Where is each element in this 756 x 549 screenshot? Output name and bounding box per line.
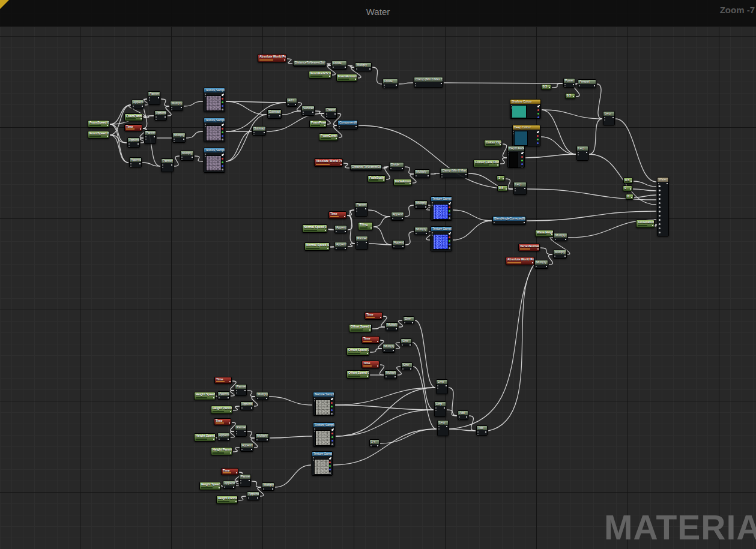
graph-node-append[interactable]: Append xyxy=(127,137,140,148)
graph-node-append[interactable]: Append xyxy=(217,391,230,400)
graph-node-append[interactable]: Append xyxy=(334,242,347,250)
graph-node-multiply[interactable]: Multiply xyxy=(383,344,395,353)
graph-node-multiply[interactable]: Multiply xyxy=(414,200,428,209)
graph-node-foampanning-01[interactable]: FoamPanning 01 xyxy=(124,113,143,121)
graph-node-1[interactable]: 1 xyxy=(497,175,505,181)
graph-node-foamamount[interactable]: FoamAmount xyxy=(336,74,357,82)
graph-node-multiply[interactable]: Multiply xyxy=(256,392,268,400)
graph-node-deep-colour[interactable]: Deep Colour xyxy=(512,125,540,146)
graph-node-texture-sample[interactable]: Texture Sample xyxy=(431,226,452,251)
graph-node-offset-speed-01[interactable]: Offset Speed 01 xyxy=(349,324,372,332)
graph-node-lerp[interactable]: Lerp xyxy=(603,111,615,125)
graph-node-foampower[interactable]: FoamPower xyxy=(309,120,327,128)
graph-node-subtract[interactable]: Subtract xyxy=(252,126,266,136)
graph-node-texture-sample[interactable]: Texture Sample xyxy=(313,422,335,447)
graph-node-multiply[interactable]: Multiply xyxy=(554,233,567,241)
graph-node-height-panning-01[interactable]: Height Panning 01 xyxy=(211,406,232,414)
graph-node-multiply[interactable]: Multiply xyxy=(553,250,567,259)
graph-node-colour-opacity[interactable]: Colour Opacity xyxy=(484,140,502,147)
graph-node-time[interactable]: Time xyxy=(221,468,238,475)
graph-node-lerp[interactable]: Lerp xyxy=(437,420,449,436)
graph-node-append[interactable]: Append xyxy=(154,110,167,121)
graph-node-time[interactable]: Time xyxy=(364,312,383,320)
graph-node-normal-speed-01[interactable]: Normal Speed 01 xyxy=(302,224,327,233)
graph-node-append[interactable]: Append xyxy=(217,433,230,441)
graph-node-append[interactable]: Append xyxy=(391,212,404,221)
graph-node-time[interactable]: Time xyxy=(361,361,380,368)
graph-node-panner[interactable]: Panner xyxy=(235,425,247,437)
graph-node-clamp-min-0-max-1-[interactable]: Clamp (Min 0 Max 1) xyxy=(414,77,443,88)
graph-node-tiling[interactable]: Tiling xyxy=(358,222,373,230)
graph-node-subtract[interactable]: Subtract xyxy=(267,109,282,119)
graph-node-sine[interactable]: Sine xyxy=(401,362,413,370)
graph-node-wave-height[interactable]: Wave Height xyxy=(535,230,554,237)
graph-node-time[interactable]: Time xyxy=(214,377,232,384)
graph-node-panner[interactable]: Panner xyxy=(355,202,367,217)
graph-node-divide[interactable]: Divide xyxy=(383,79,398,88)
graph-node-multiply[interactable]: Multiply xyxy=(534,260,548,269)
graph-node-time[interactable]: Time xyxy=(124,124,142,131)
graph-node-multiply[interactable]: Multiply xyxy=(172,133,186,143)
graph-node-lerp[interactable]: Lerp xyxy=(434,401,446,417)
graph-node-fadeamount[interactable]: FadeAmount xyxy=(393,179,412,186)
graph-node-offset-speed-02[interactable]: Offset Speed 02 xyxy=(346,347,369,356)
graph-node-height-panning-02[interactable]: Height Panning 02 xyxy=(211,447,232,455)
graph-node-append[interactable]: Append xyxy=(129,157,142,167)
graph-node-normal-speed-02[interactable]: Normal Speed 02 xyxy=(304,242,330,251)
graph-node-shallow-colour[interactable]: Shallow Colour xyxy=(510,99,541,119)
graph-node-texture-sample[interactable]: Texture Sample xyxy=(204,148,225,173)
graph-node-append[interactable]: Append xyxy=(132,100,144,109)
graph-node-multiply[interactable]: Multiply xyxy=(414,169,430,178)
graph-node-clamp-min-0-max-1-[interactable]: Clamp (Min 0 Max 1) xyxy=(440,168,468,178)
graph-node-foamspeed-02[interactable]: FoamSpeed 02 xyxy=(88,131,109,139)
graph-node-vertexnormalws[interactable]: VertexNormalWS xyxy=(518,244,540,251)
graph-node-fresnel[interactable]: Fresnel xyxy=(578,79,596,88)
graph-node-power[interactable]: Power xyxy=(563,78,575,88)
material-graph-canvas[interactable]: Absolute World PositionDistanceToNearest… xyxy=(0,0,756,549)
graph-node-panner[interactable]: Panner xyxy=(144,130,156,144)
graph-node-lerp[interactable]: Lerp xyxy=(576,146,588,161)
graph-node-multiply[interactable]: Multiply xyxy=(386,322,398,331)
graph-node-texture-sample[interactable]: Texture Sample xyxy=(204,88,225,112)
graph-node-texture-sample[interactable]: Texture Sample xyxy=(313,392,334,416)
graph-node-texture-sample[interactable]: Texture Sample xyxy=(431,196,452,221)
graph-node-height-speed-03[interactable]: Height Speed 03 xyxy=(199,482,221,490)
graph-node-multiply[interactable]: Multiply xyxy=(180,151,194,161)
graph-node-sine[interactable]: Sine xyxy=(403,316,414,324)
graph-node-0-5[interactable]: 0.5 xyxy=(623,178,633,184)
graph-node-colour-fade-distance[interactable]: Colour Fade Distance xyxy=(473,160,500,167)
graph-node-distancetonearestsurface[interactable]: DistanceToNearestSurface xyxy=(293,60,326,67)
graph-node-divide[interactable]: Divide xyxy=(331,61,347,70)
graph-node-append[interactable]: Append xyxy=(392,240,405,249)
graph-node-tessellation[interactable]: Tessellation xyxy=(636,220,655,228)
graph-node-append[interactable]: Append xyxy=(223,481,235,489)
graph-node-append[interactable]: Append xyxy=(240,401,253,410)
graph-node-texture-sample[interactable]: Texture Sample xyxy=(204,118,225,142)
graph-node-divide[interactable]: Divide xyxy=(389,162,404,171)
graph-node-power[interactable]: Power xyxy=(325,107,337,119)
graph-node-multiply[interactable]: Multiply xyxy=(355,62,372,71)
graph-node-absolute-world-position[interactable]: Absolute World Position xyxy=(258,54,286,62)
graph-node-append[interactable]: Append xyxy=(240,443,253,452)
graph-node-panner[interactable]: Panner xyxy=(235,384,247,396)
graph-node-multiply[interactable]: Multiply xyxy=(384,370,397,379)
graph-node-add[interactable]: Add xyxy=(286,98,297,107)
graph-node-time[interactable]: Time xyxy=(214,418,231,425)
graph-node-panner[interactable]: Panner xyxy=(148,91,160,105)
graph-node-lerp[interactable]: Lerp xyxy=(436,379,448,394)
graph-node-0-5[interactable]: 0.5 xyxy=(541,84,551,90)
graph-node-height-speed-01[interactable]: Height Speed 01 xyxy=(194,392,216,400)
graph-node-time[interactable]: Time xyxy=(328,211,346,219)
graph-node-depth-fade[interactable]: Depth Fade xyxy=(507,146,525,168)
graph-node-blendanglecorrectednormals[interactable]: BlendAngleCorrectedNormals xyxy=(492,216,526,225)
graph-node-0[interactable]: 0 xyxy=(626,194,634,200)
graph-node-sine[interactable]: Sine xyxy=(401,338,412,346)
graph-node-multiply[interactable]: Multiply xyxy=(170,101,183,111)
graph-node-foamcontrast[interactable]: FoamContrast xyxy=(319,133,338,141)
graph-node-time[interactable]: Time xyxy=(361,336,380,344)
graph-node-distancetonearestsurface[interactable]: DistanceToNearestSurface xyxy=(350,164,382,171)
graph-node-multiply[interactable]: Multiply xyxy=(262,482,274,491)
graph-node-append[interactable]: Append xyxy=(334,225,347,233)
graph-node-subtract[interactable]: Subtract xyxy=(301,106,315,116)
graph-node-absolute-world-position[interactable]: Absolute World Position xyxy=(506,257,534,265)
